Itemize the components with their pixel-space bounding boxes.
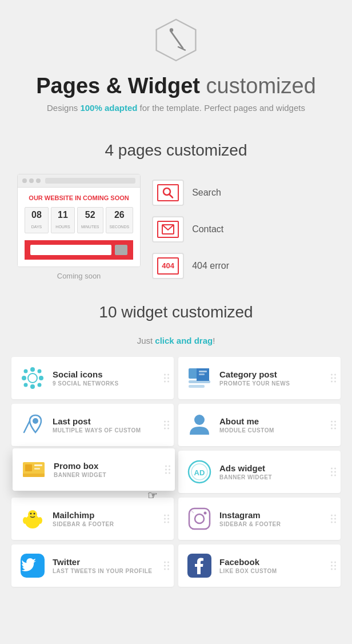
mailchimp-sub: SIDEBAR & FOOTER [53,521,114,527]
search-icon [157,184,179,201]
subtitle-accent: 100% adapted [80,103,137,113]
ads-widget-name: Ads widget [219,463,272,473]
category-post-name: Category post [219,369,290,379]
pin-icon [19,412,46,438]
widget-subtitle-suffix: ! [213,336,215,345]
drag-handle-instagram[interactable] [331,514,336,523]
about-me-sub: MODULE CUSTOM [219,427,274,434]
ads-icon: AD [186,459,213,485]
svg-point-22 [33,418,38,424]
svg-rect-21 [199,373,205,375]
svg-point-36 [34,512,35,514]
drag-handle-aboutme[interactable] [331,420,336,429]
contact-icon-box [152,216,184,243]
svg-line-23 [24,421,30,432]
twitter-icon [19,552,46,579]
drag-handle-twitter[interactable] [164,561,169,570]
contact-icon [157,221,179,238]
search-btn-mock [115,245,127,255]
facebook-text: Facebook LIKE BOX CUSTOM [219,557,277,574]
svg-point-9 [30,384,35,389]
widget-section: 10 widget customized Just click and drag… [0,292,352,593]
page-item-404: 404 404 error [152,253,335,279]
drag-handle-mailchimp[interactable] [164,514,169,523]
svg-point-2 [170,28,173,31]
svg-point-12 [24,369,28,373]
search-input-mock [30,245,111,255]
social-icon [19,365,46,391]
last-post-sub: MULTIPLE WAYS OF CUSTOM [53,427,141,434]
facebook-icon [186,552,213,579]
svg-point-41 [204,511,207,514]
instagram-icon [186,506,213,532]
dot3 [36,178,41,183]
promo-icon [21,456,47,483]
drag-handle-facebook[interactable] [331,561,336,570]
pages-right: Search Contact 404 404 error [152,174,335,279]
svg-point-11 [39,376,43,380]
facebook-sub: LIKE BOX CUSTOM [219,568,277,574]
twitter-sub: LAST TWEETS IN YOUR PROFILE [53,568,152,574]
drag-handle-social[interactable] [164,373,169,382]
svg-point-13 [38,369,42,373]
widget-social-icons[interactable]: Social icons 9 SOCIAL NETWORKS [11,357,174,399]
drag-handle-category[interactable] [331,373,336,382]
pages-section-title: 4 pages customized [17,141,335,160]
drag-handle-ads[interactable] [331,467,336,476]
mockup-urlbar [45,178,135,184]
category-post-text: Category post PROMOTE YOUR NEWS [219,369,290,387]
mailchimp-icon [19,506,46,532]
svg-text:AD: AD [194,468,205,477]
pages-grid: OUR WEBSITE IN COMING SOON 08 DAYS 11 HO… [17,174,335,280]
widget-subtitle: Just click and drag! [11,336,341,345]
mockup-titlebar [18,174,140,188]
widget-instagram[interactable]: Instagram SIDEBAR & FOOTER [178,498,341,540]
search-bar-mock [25,240,133,260]
svg-rect-26 [25,464,32,471]
coming-soon-mockup: OUR WEBSITE IN COMING SOON 08 DAYS 11 HO… [17,174,141,280]
widget-ads[interactable]: AD Ads widget BANNER WIDGET [178,451,341,493]
promo-box-text: Promo box BANNER WIDGET [54,461,106,478]
ads-widget-text: Ads widget BANNER WIDGET [219,463,272,480]
last-post-name: Last post [53,416,141,426]
promo-box-sub: BANNER WIDGET [54,472,106,478]
svg-point-34 [28,510,37,519]
subtitle-prefix: Designs [47,103,80,113]
subtitle-suffix: for the template. Perfect pages and widg… [137,103,305,113]
widget-category-post[interactable]: Category post PROMOTE YOUR NEWS [178,357,341,399]
about-me-name: About me [219,416,274,426]
widget-subtitle-prefix: Just [137,336,155,345]
svg-rect-29 [23,474,45,477]
svg-point-37 [23,517,27,524]
countdown-row: 08 DAYS 11 HOURS 52 MINUTES [25,207,133,233]
pages-section: 4 pages customized OUR WEBSITE IN COMING… [0,136,352,292]
twitter-name: Twitter [53,557,152,567]
ads-widget-sub: BANNER WIDGET [219,474,272,480]
widget-facebook[interactable]: Facebook LIKE BOX CUSTOM [178,544,341,587]
svg-line-5 [170,194,173,198]
drag-handle-promobox[interactable] [165,465,170,474]
404-icon-box: 404 [152,253,184,279]
widget-about-me[interactable]: About me MODULE CUSTOM [178,404,341,446]
count-days: 08 DAYS [25,207,49,233]
svg-point-8 [30,367,35,372]
mailchimp-text: Mailchimp SIDEBAR & FOOTER [53,510,114,527]
svg-point-40 [195,514,204,523]
page-item-contact: Contact [152,216,335,243]
drag-handle-lastpost[interactable] [164,420,169,429]
svg-point-35 [30,512,32,514]
widget-subtitle-accent: click and drag [155,336,213,345]
social-icons-text: Social icons 9 SOCIAL NETWORKS [53,369,119,387]
svg-line-1 [170,31,183,48]
widget-promo-box[interactable]: Promo box BANNER WIDGET ☞ [13,448,175,491]
main-title: Pages & Widget customized [11,74,341,98]
instagram-name: Instagram [219,510,281,520]
svg-point-24 [194,415,205,425]
widget-mailchimp[interactable]: Mailchimp SIDEBAR & FOOTER [11,498,174,540]
404-label: 404 error [192,261,229,271]
subtitle: Designs 100% adapted for the template. P… [11,103,341,113]
widget-last-post[interactable]: Last post MULTIPLE WAYS OF CUSTOM [11,404,174,446]
widget-twitter[interactable]: Twitter LAST TWEETS IN YOUR PROFILE [11,544,174,587]
search-label: Search [192,188,221,198]
svg-rect-27 [34,464,42,466]
